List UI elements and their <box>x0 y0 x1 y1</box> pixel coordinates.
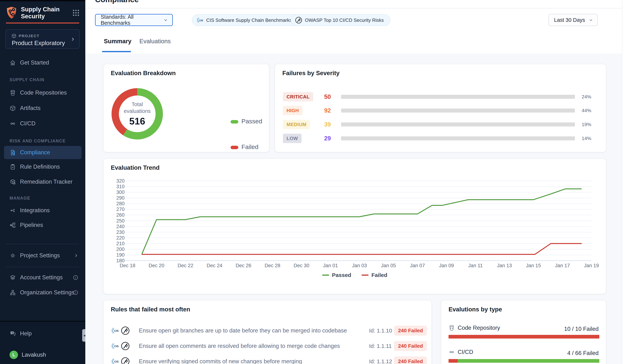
severity-bar-track <box>341 122 575 126</box>
type-failed-value: 10 / 10 Failed <box>564 326 598 332</box>
severity-badge: LOW <box>283 134 301 143</box>
cis-logo-icon: CIS <box>196 16 204 24</box>
header-divider <box>85 8 622 8</box>
rule-failed-badge: 240 Failed <box>394 341 427 351</box>
svg-text:CIS: CIS <box>114 329 119 332</box>
standards-filter-value: Standards: All Benchmarks <box>101 14 163 26</box>
rule-row[interactable]: CIS Ensure verifying signed commits of n… <box>104 354 432 364</box>
trend-legend: Passed Failed <box>104 272 606 278</box>
severity-count: 39 <box>324 121 331 128</box>
standards-filter-select[interactable]: Standards: All Benchmarks <box>95 14 173 26</box>
severity-percent: 24% <box>582 94 591 100</box>
svg-text:320: 320 <box>116 178 125 184</box>
severity-row-critical: CRITICAL 50 24% <box>275 91 606 102</box>
svg-text:Jan 03: Jan 03 <box>352 263 367 268</box>
svg-text:250: 250 <box>116 218 125 224</box>
svg-text:Jan 09: Jan 09 <box>439 263 454 268</box>
severity-row-high: HIGH 92 44% <box>275 105 606 116</box>
svg-text:Jan 15: Jan 15 <box>526 263 541 268</box>
severity-bar-track <box>341 136 575 140</box>
svg-text:240: 240 <box>116 224 125 229</box>
rule-standard-icons: CIS <box>111 326 130 335</box>
passed-legend-pill <box>231 120 238 124</box>
svg-text:Dec 24: Dec 24 <box>207 263 222 268</box>
date-range-select[interactable]: Last 30 Days <box>548 14 598 26</box>
owasp-wasp-icon <box>121 357 130 364</box>
failed-legend-dash <box>362 274 369 276</box>
card-title: Evalutions by type <box>449 306 502 313</box>
svg-text:270: 270 <box>116 206 125 212</box>
severity-bar-track <box>341 95 575 99</box>
evaluation-breakdown-card: Evaluation Breakdown Total evaluations 5… <box>103 64 269 152</box>
severity-bar-track <box>341 108 575 112</box>
svg-text:Jan 05: Jan 05 <box>381 263 396 268</box>
svg-text:290: 290 <box>116 195 125 201</box>
svg-text:310: 310 <box>116 184 125 189</box>
rule-failed-badge: 240 Failed <box>394 326 427 336</box>
cis-logo-icon: CIS <box>111 357 119 364</box>
svg-text:Dec 20: Dec 20 <box>149 263 164 268</box>
passed-bar-segment <box>458 359 599 363</box>
rule-text: Ensure open git branches are up to date … <box>139 327 347 334</box>
active-tab-underline <box>102 51 131 52</box>
evaluation-donut: Total evaluations 516 <box>112 88 163 140</box>
type-failed-value: 4 / 66 Failed <box>567 350 598 356</box>
failures-by-severity-card: Failures by Severity CRITICAL 50 24% HIG… <box>275 64 606 152</box>
passed-legend-dash <box>322 274 329 276</box>
failed-legend-pill <box>231 146 238 149</box>
svg-text:CIS: CIS <box>114 360 119 363</box>
failed-bar-segment <box>449 335 599 338</box>
page-title: Compliance <box>95 0 139 4</box>
repository-icon <box>449 325 455 331</box>
trend-chart: 1801902002102202302402502602702802903003… <box>104 175 607 270</box>
severity-row-medium: MEDIUM 39 19% <box>275 119 606 130</box>
screen: Supply Chain Security PROJECT Product Ex… <box>0 0 634 364</box>
chevron-down-icon <box>163 18 168 22</box>
severity-percent: 44% <box>582 108 591 114</box>
owasp-wasp-icon <box>121 342 130 350</box>
svg-text:260: 260 <box>116 212 125 218</box>
card-title: Evaluation Trend <box>111 164 160 171</box>
cis-logo-icon: CIS <box>111 342 119 350</box>
severity-count: 50 <box>324 93 331 100</box>
type-label-row: Code Repository <box>449 324 500 331</box>
rule-row[interactable]: CIS Ensure all open comments are resolve… <box>104 339 432 353</box>
benchmark-chip-owasp[interactable]: OWASP Top 10 CI/CD Security Risks <box>290 14 390 26</box>
main-area: Compliance Standards: All Benchmarks CIS… <box>0 0 634 364</box>
legend-label: Passed <box>332 272 351 278</box>
severity-count: 29 <box>324 135 331 142</box>
svg-text:210: 210 <box>116 241 125 246</box>
benchmark-chip-cis[interactable]: CIS CIS Software Supply Chain Benchmarks… <box>192 14 306 26</box>
legend-row-passed: Passed 306 rules <box>104 117 269 126</box>
card-title: Evaluation Breakdown <box>111 70 176 76</box>
rule-standard-icons: CIS <box>111 357 130 364</box>
rule-id: Id: 1.1.12 <box>369 358 392 364</box>
owasp-wasp-icon <box>121 326 130 335</box>
svg-text:Jan 19: Jan 19 <box>584 263 599 268</box>
chip-label: OWASP Top 10 CI/CD Security Risks <box>305 18 384 23</box>
chip-label: CIS Software Supply Chain Benchmarks 1.0 <box>206 18 300 23</box>
type-bar <box>449 359 599 363</box>
severity-row-low: LOW 29 14% <box>275 133 606 144</box>
svg-text:230: 230 <box>116 230 125 235</box>
svg-text:CIS: CIS <box>199 19 203 22</box>
legend-item-failed: Failed <box>362 272 388 278</box>
svg-text:Jan 13: Jan 13 <box>497 263 512 268</box>
infinity-icon <box>449 349 455 355</box>
right-gutter <box>622 0 634 364</box>
rule-id: Id: 1.1.11 <box>369 343 392 349</box>
tab-evaluations[interactable]: Evaluations <box>139 38 171 45</box>
evaluation-trend-card: Evaluation Trend 18019020021022023024025… <box>103 158 606 294</box>
failed-legend-label: Failed <box>241 143 258 150</box>
svg-text:280: 280 <box>116 201 125 206</box>
tab-summary[interactable]: Summary <box>104 38 131 45</box>
failed-bar-segment <box>449 359 458 363</box>
owasp-wasp-icon <box>295 16 302 24</box>
card-title: Rules that failed most often <box>111 306 190 313</box>
rule-row[interactable]: CIS Ensure open git branches are up to d… <box>104 323 432 338</box>
svg-text:180: 180 <box>116 258 125 264</box>
severity-count: 92 <box>324 107 331 114</box>
date-range-value: Last 30 Days <box>554 17 585 23</box>
svg-text:Dec 18: Dec 18 <box>120 263 135 268</box>
donut-center-line1: Total <box>132 101 143 108</box>
